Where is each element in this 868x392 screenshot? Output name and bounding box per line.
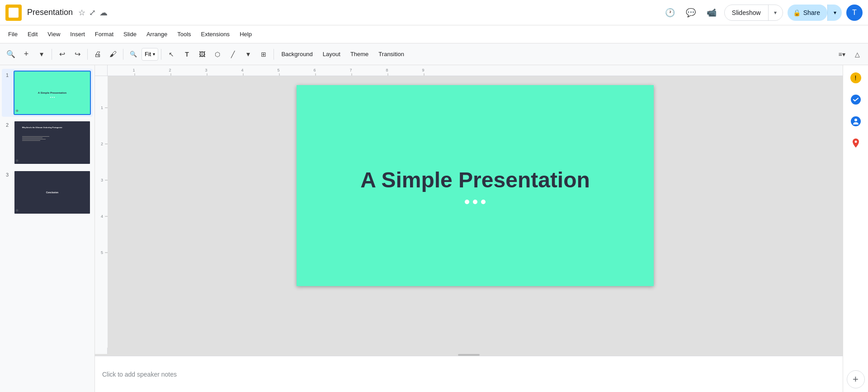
slideshow-button-group: Slideshow ▾ (724, 5, 783, 21)
video-button[interactable]: 📹 (703, 5, 720, 21)
align-dropdown[interactable]: ≡▾ (835, 47, 849, 62)
slide-thumbnail-3[interactable]: 3 Conclusion 👁 (2, 168, 93, 216)
comment-button[interactable]: 💬 (683, 5, 699, 21)
notes-divider[interactable] (95, 354, 843, 356)
svg-text:2: 2 (169, 68, 171, 72)
slide-main-title[interactable]: A Simple Presentation (360, 167, 590, 192)
line-dropdown[interactable]: ▾ (241, 47, 255, 62)
menu-view[interactable]: View (43, 29, 65, 39)
slideshow-button[interactable]: Slideshow (725, 5, 768, 20)
cursor-button[interactable]: ↖ (164, 47, 179, 62)
star-icon[interactable]: ☆ (78, 8, 85, 18)
sidebar-notification-button[interactable]: ! (847, 69, 865, 87)
slideshow-dropdown-button[interactable]: ▾ (768, 5, 783, 20)
title-right: 🕐 💬 📹 Slideshow ▾ 🔒 Share ▾ T (662, 5, 863, 21)
svg-point-32 (854, 119, 857, 121)
svg-text:4: 4 (241, 68, 243, 72)
share-button[interactable]: 🔒 Share (788, 5, 827, 21)
search-button[interactable]: 🔍 (4, 47, 18, 62)
transition-button[interactable]: Transition (374, 47, 409, 62)
text-button[interactable]: T (179, 47, 194, 62)
divider-5 (274, 49, 274, 60)
notes-area[interactable]: Click to add speaker notes (95, 356, 843, 392)
print-button[interactable]: 🖨 (90, 47, 105, 62)
svg-text:3: 3 (205, 68, 207, 72)
shape-button[interactable]: ⬡ (210, 47, 225, 62)
add-dropdown[interactable]: ▾ (34, 47, 49, 62)
sidebar-tasks-button[interactable] (847, 91, 865, 109)
divider-2 (87, 49, 88, 60)
svg-text:9: 9 (422, 68, 424, 72)
menu-edit[interactable]: Edit (23, 29, 42, 39)
title-bar: Presentation ☆ ⤢ ☁ 🕐 💬 📹 Slideshow ▾ 🔒 S… (0, 0, 868, 25)
zoom-out-button[interactable]: 🔍 (126, 47, 141, 62)
user-avatar[interactable]: T (846, 5, 863, 21)
svg-text:6: 6 (313, 68, 316, 72)
svg-text:2: 2 (101, 142, 103, 146)
arrange-up[interactable]: △ (850, 47, 864, 62)
ruler-corner (95, 65, 108, 76)
main-area: 1 A Simple Presentation 👁 2 Why Aria Is (0, 65, 868, 392)
menu-bar: File Edit View Insert Format Slide Arran… (0, 25, 868, 43)
menu-arrange[interactable]: Arrange (142, 29, 172, 39)
share-button-group: 🔒 Share ▾ (788, 5, 842, 21)
paint-format-button[interactable]: 🖌 (106, 47, 120, 62)
divider-3 (123, 49, 123, 60)
menu-extensions[interactable]: Extensions (197, 29, 235, 39)
undo-button[interactable]: ↩ (55, 47, 69, 62)
notes-placeholder[interactable]: Click to add speaker notes (102, 371, 177, 378)
menu-format[interactable]: Format (90, 29, 118, 39)
document-title[interactable]: Presentation (27, 8, 73, 17)
layout-button[interactable]: Layout (318, 47, 345, 62)
move-icon[interactable]: ⤢ (89, 8, 96, 18)
share-dropdown-button[interactable]: ▾ (827, 5, 842, 21)
slide-number-2: 2 (4, 122, 11, 128)
slide-canvas[interactable]: A Simple Presentation (297, 85, 654, 286)
right-sidebar: ! + (843, 65, 868, 392)
slide-number-3: 3 (4, 172, 11, 177)
menu-slide[interactable]: Slide (119, 29, 141, 39)
background-button[interactable]: Background (277, 47, 317, 62)
sidebar-maps-button[interactable] (847, 134, 865, 152)
svg-text:7: 7 (349, 68, 352, 72)
slide-dot-2 (473, 200, 477, 204)
slide-thumbnail-1[interactable]: 1 A Simple Presentation 👁 (2, 69, 93, 117)
canvas-scroll: 1 2 3 4 5 A Simple Presentation (95, 76, 843, 354)
app-logo[interactable] (5, 5, 22, 21)
menu-insert[interactable]: Insert (66, 29, 90, 39)
svg-text:4: 4 (101, 214, 103, 219)
menu-tools[interactable]: Tools (173, 29, 195, 39)
zoom-select[interactable]: Fit ▾ (142, 48, 158, 61)
slide-panel: 1 A Simple Presentation 👁 2 Why Aria Is (0, 65, 95, 392)
menu-help[interactable]: Help (235, 29, 256, 39)
toolbar: 🔍 + ▾ ↩ ↪ 🖨 🖌 🔍 Fit ▾ ↖ T 🖼 ⬡ ╱ ▾ ⊞ Back… (0, 43, 868, 65)
add-comment-button[interactable]: ⊞ (256, 47, 271, 62)
add-button[interactable]: + (19, 47, 33, 62)
sidebar-add-button[interactable]: + (847, 370, 865, 388)
ruler-vertical: 1 2 3 4 5 (95, 76, 108, 354)
toolbar-right: ≡▾ △ (835, 47, 864, 62)
canvas-main[interactable]: A Simple Presentation (108, 76, 843, 354)
slide-number-1: 1 (4, 72, 11, 78)
ruler-h-svg: 1 2 3 4 5 6 7 8 (108, 65, 741, 76)
sidebar-contacts-button[interactable] (847, 112, 865, 130)
thumb2-title: Why Aria Is the Ultimate Underdog Protag… (22, 126, 62, 129)
thumb-content-3: Conclusion 👁 (14, 171, 90, 214)
slide-dot-1 (465, 200, 469, 204)
image-button[interactable]: 🖼 (195, 47, 209, 62)
contacts-icon (850, 116, 861, 127)
history-button[interactable]: 🕐 (662, 5, 678, 21)
cloud-icon[interactable]: ☁ (99, 8, 108, 18)
theme-button[interactable]: Theme (346, 47, 373, 62)
thumb-icon-1: 👁 (15, 109, 19, 113)
redo-button[interactable]: ↪ (70, 47, 85, 62)
slide-dots (465, 200, 486, 204)
line-button[interactable]: ╱ (226, 47, 240, 62)
slide-thumbnail-2[interactable]: 2 Why Aria Is the Ultimate Underdog Prot… (2, 119, 93, 167)
slide-dot-3 (481, 200, 486, 204)
svg-text:5: 5 (101, 250, 103, 255)
menu-file[interactable]: File (4, 29, 22, 39)
svg-point-33 (854, 141, 857, 143)
svg-text:8: 8 (386, 68, 388, 72)
notes-handle (458, 354, 480, 356)
